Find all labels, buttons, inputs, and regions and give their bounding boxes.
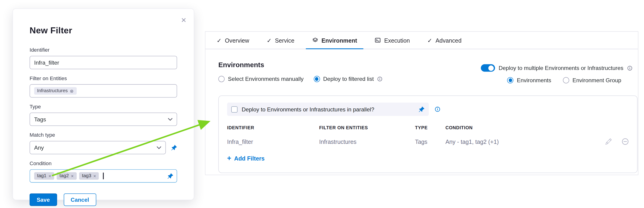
cell-identifier: Infra_filter [227, 138, 319, 145]
modal-button-row: Save Cancel [30, 194, 177, 206]
tag-chip-label: tag1 [37, 174, 46, 178]
identifier-field-group: Identifier Infra_filter [30, 47, 177, 69]
radio-deploy-filtered[interactable]: Deploy to filtered list [314, 76, 383, 82]
identifier-input[interactable]: Infra_filter [30, 56, 177, 69]
row-actions [591, 138, 629, 145]
match-type-select[interactable]: Any [30, 141, 166, 154]
text-caret [103, 172, 104, 179]
filter-table-row: Infra_filter Infrastructures Tags Any - … [227, 138, 629, 145]
toggle-label: Deploy to multiple Environments or Infra… [499, 65, 624, 71]
column-header: FILTER ON ENTITIES [319, 125, 415, 130]
info-icon[interactable] [434, 106, 440, 112]
add-filters-label: Add Filters [234, 155, 264, 162]
radio-circle[interactable] [218, 76, 224, 82]
chevron-down-icon [168, 118, 172, 121]
new-filter-modal: × New Filter Identifier Infra_filter Fil… [12, 8, 194, 200]
tab-advanced[interactable]: ✓ Advanced [418, 32, 470, 49]
environment-icon [312, 37, 318, 43]
save-button[interactable]: Save [30, 194, 57, 206]
tab-label: Execution [384, 37, 410, 44]
check-icon: ✓ [217, 37, 222, 44]
tab-label: Advanced [436, 37, 462, 44]
chevron-down-icon [157, 146, 161, 149]
cell-condition: Any - tag1, tag2 (+1) [446, 138, 591, 145]
entities-label: Filter on Entities [30, 76, 177, 81]
tag-chip-label: tag2 [60, 174, 69, 178]
column-header: IDENTIFIER [227, 125, 319, 130]
filters-panel: Deploy to Environments or Infrastructure… [218, 96, 638, 173]
radio-circle[interactable] [563, 77, 569, 84]
modal-title: New Filter [30, 26, 177, 36]
execution-icon [374, 37, 381, 43]
remove-minus-icon[interactable] [622, 138, 629, 145]
radio-label: Environments [517, 77, 552, 84]
edit-pencil-icon[interactable] [605, 138, 612, 145]
chip-remove-icon[interactable]: ⊗ [70, 89, 74, 93]
plus-icon: + [227, 155, 231, 162]
tab-label: Service [275, 37, 294, 44]
screenshot-root: × New Filter Identifier Infra_filter Fil… [0, 0, 644, 208]
chip-remove-icon[interactable]: × [48, 174, 52, 178]
radio-environment-group[interactable]: Environment Group [563, 77, 621, 84]
radio-circle[interactable] [507, 77, 514, 84]
match-type-field-group: Match type Any [30, 132, 177, 154]
tab-service[interactable]: ✓ Service [258, 32, 303, 49]
cancel-button[interactable]: Cancel [64, 194, 96, 206]
radio-select-manually[interactable]: Select Environments manually [218, 76, 304, 82]
environment-group-radios: Environments Environment Group [507, 77, 621, 84]
type-label: Type [30, 104, 177, 110]
condition-input[interactable]: tag1 × tag2 × tag3 × [30, 169, 177, 183]
entities-field-group: Filter on Entities Infrastructures ⊗ [30, 76, 177, 98]
parallel-label: Deploy to Environments or Infrastructure… [242, 106, 414, 112]
condition-label: Condition [30, 160, 177, 166]
match-type-value: Any [34, 144, 44, 151]
environment-tab-content: Environments Select Environments manuall… [205, 49, 638, 175]
parallel-checkbox[interactable] [231, 106, 238, 112]
pin-icon[interactable] [167, 173, 174, 179]
info-icon[interactable] [627, 65, 632, 71]
condition-field-group: Condition tag1 × tag2 × tag3 × [30, 160, 177, 182]
radio-environments[interactable]: Environments [507, 77, 551, 84]
parallel-option-row: Deploy to Environments or Infrastructure… [227, 102, 629, 116]
chip-remove-icon[interactable]: × [93, 174, 96, 178]
tab-execution[interactable]: Execution [366, 32, 419, 49]
multi-env-toggle[interactable] [481, 64, 495, 72]
column-header: CONDITION [446, 125, 591, 130]
tag-chip[interactable]: tag3 × [79, 172, 99, 180]
pin-icon[interactable] [418, 106, 424, 112]
chip-remove-icon[interactable]: × [71, 174, 74, 178]
identifier-label: Identifier [30, 47, 177, 53]
info-icon[interactable] [377, 76, 382, 82]
tag-chip[interactable]: tag1 × [34, 172, 54, 180]
multi-env-toggle-row: Deploy to multiple Environments or Infra… [481, 64, 633, 72]
tag-chip[interactable]: tag2 × [56, 172, 76, 180]
radio-label: Select Environments manually [228, 76, 304, 82]
pin-icon[interactable] [171, 144, 177, 151]
type-field-group: Type Tags [30, 104, 177, 126]
identifier-value: Infra_filter [34, 60, 59, 66]
tab-label: Overview [225, 37, 249, 44]
match-type-label: Match type [30, 132, 177, 138]
radio-circle[interactable] [314, 76, 320, 82]
entities-chip[interactable]: Infrastructures ⊗ [34, 87, 76, 95]
pipeline-stage-panel: ✓ Overview ✓ Service Environment [205, 31, 638, 175]
cell-type: Tags [415, 138, 446, 145]
stage-tabbar: ✓ Overview ✓ Service Environment [205, 32, 638, 49]
column-header: TYPE [415, 125, 446, 130]
tab-environment[interactable]: Environment [303, 32, 366, 49]
radio-label: Environment Group [572, 77, 621, 84]
check-icon: ✓ [267, 37, 272, 44]
type-value: Tags [34, 116, 46, 122]
parallel-strip: Deploy to Environments or Infrastructure… [227, 102, 429, 116]
check-icon: ✓ [427, 37, 432, 44]
type-select[interactable]: Tags [30, 112, 177, 126]
cell-entities: Infrastructures [319, 138, 415, 145]
add-filters-button[interactable]: + Add Filters [227, 155, 264, 162]
close-icon[interactable]: × [180, 14, 188, 26]
filters-table-header: IDENTIFIER FILTER ON ENTITIES TYPE CONDI… [227, 125, 629, 130]
radio-label: Deploy to filtered list [323, 76, 374, 82]
tab-label: Environment [322, 37, 357, 44]
tag-chip-label: tag3 [82, 174, 91, 178]
tab-overview[interactable]: ✓ Overview [208, 32, 258, 49]
entities-input[interactable]: Infrastructures ⊗ [30, 84, 177, 98]
